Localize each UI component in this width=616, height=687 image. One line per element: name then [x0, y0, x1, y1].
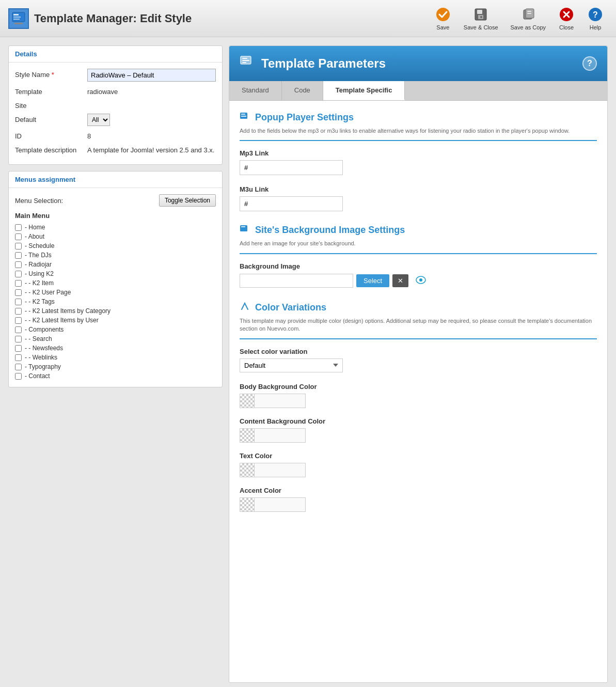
svg-rect-23 [240, 225, 247, 231]
bg-image-section: Site's Background Image Settings Add her… [240, 224, 597, 288]
content-bg-color-label: Content Background Color [240, 417, 597, 425]
close-label: Close [559, 24, 574, 30]
save-icon [435, 6, 451, 23]
help-button[interactable]: ? Help [583, 4, 608, 33]
svg-rect-1 [13, 14, 19, 15]
popup-player-title: Popup Player Settings [255, 112, 354, 123]
popup-player-section: Popup Player Settings Add to the fields … [240, 111, 597, 211]
menu-item-home-checkbox[interactable] [15, 224, 22, 231]
menu-item-k2latestcat-checkbox[interactable] [15, 308, 22, 315]
menu-item-components-checkbox[interactable] [15, 326, 22, 333]
menu-item-schedule-checkbox[interactable] [15, 243, 22, 249]
id-value: 8 [87, 130, 216, 140]
menu-item-newsfeeds-label: - - Newsfeeds [25, 345, 63, 352]
body-bg-color-group: Body Background Color [240, 383, 597, 408]
save-copy-icon [520, 6, 536, 23]
svg-rect-12 [527, 11, 531, 12]
style-name-input[interactable] [87, 69, 216, 82]
tab-template-specific[interactable]: Template Specific [323, 81, 405, 100]
menu-item-about-label: - About [25, 233, 44, 240]
menu-item-about-checkbox[interactable] [15, 233, 22, 240]
menu-item-newsfeeds-checkbox[interactable] [15, 345, 22, 352]
bg-image-icon [240, 224, 250, 237]
app-logo-area: Template Manager: Edit Style [8, 8, 431, 29]
template-params-icon [240, 54, 255, 73]
menu-item-usingk2-checkbox[interactable] [15, 271, 22, 277]
tp-help-button[interactable]: ? [582, 56, 597, 71]
tab-standard[interactable]: Standard [229, 81, 282, 100]
save-button[interactable]: Save [431, 4, 455, 33]
tab-code[interactable]: Code [282, 81, 323, 100]
svg-rect-21 [241, 114, 245, 115]
popup-player-header: Popup Player Settings [240, 111, 597, 124]
main-content: Details Style Name * Template radiowave [0, 37, 616, 687]
svg-rect-3 [13, 19, 20, 20]
list-item: - Home [15, 223, 216, 232]
color-variations-section: Color Variations This template may provi… [240, 301, 597, 512]
m3u-input[interactable] [240, 196, 343, 211]
text-color-input[interactable] [254, 463, 306, 477]
details-body: Style Name * Template radiowave Site [9, 63, 222, 164]
help-icon: ? [587, 6, 604, 23]
m3u-label: M3u Link [240, 185, 597, 193]
close-button[interactable]: Close [554, 4, 579, 33]
menu-item-weblinks-checkbox[interactable] [15, 354, 22, 361]
menu-item-k2item-label: - - K2 Item [25, 279, 54, 287]
default-value: All [87, 114, 216, 126]
save-close-button[interactable]: Save & Close [460, 4, 502, 33]
details-panel: Details Style Name * Template radiowave [8, 45, 223, 165]
bg-image-label: Background Image [240, 262, 597, 270]
close-icon [558, 6, 575, 23]
default-label: Default [15, 114, 87, 123]
default-select[interactable]: All [87, 114, 110, 126]
template-params-header: Template Parameters ? [229, 46, 607, 81]
select-color-group: Select color variation Default [240, 348, 597, 372]
content-bg-color-input[interactable] [254, 428, 306, 443]
menu-item-djs-label: - The DJs [25, 252, 52, 259]
menu-item-djs-checkbox[interactable] [15, 252, 22, 259]
body-bg-color-row [240, 394, 597, 408]
menu-item-k2latestuser-checkbox[interactable] [15, 317, 22, 324]
menu-item-schedule-label: - Schedule [25, 242, 54, 249]
list-item: - Schedule [15, 241, 216, 251]
desc-row: Template description A template for Joom… [15, 144, 216, 154]
template-row: Template radiowave [15, 86, 216, 96]
save-copy-button[interactable]: Save as Copy [507, 4, 550, 33]
color-variation-select[interactable]: Default [240, 358, 343, 372]
menu-item-k2user-label: - - K2 User Page [25, 289, 71, 296]
menu-item-contact-checkbox[interactable] [15, 373, 22, 380]
menu-item-k2user-checkbox[interactable] [15, 289, 22, 296]
menu-selection-row: Menu Selection: Toggle Selection [15, 194, 216, 207]
style-name-value [87, 69, 216, 82]
accent-color-input[interactable] [254, 497, 306, 512]
body-bg-color-input[interactable] [254, 394, 306, 408]
bg-image-input[interactable] [240, 274, 353, 288]
menu-item-k2item-checkbox[interactable] [15, 280, 22, 287]
bg-image-title: Site's Background Image Settings [255, 225, 405, 236]
accent-color-group: Accent Color [240, 487, 597, 512]
save-close-icon [472, 6, 489, 23]
svg-point-5 [436, 8, 450, 21]
menu-item-k2tags-checkbox[interactable] [15, 299, 22, 305]
menu-item-home-label: - Home [25, 224, 45, 231]
preview-button[interactable] [412, 273, 430, 289]
menu-item-radiojar-checkbox[interactable] [15, 261, 22, 268]
menu-item-search-checkbox[interactable] [15, 336, 22, 342]
bg-image-header: Site's Background Image Settings [240, 224, 597, 237]
toggle-selection-button[interactable]: Toggle Selection [159, 194, 216, 207]
save-copy-label: Save as Copy [511, 24, 546, 30]
menu-item-typography-checkbox[interactable] [15, 364, 22, 370]
popup-player-divider [240, 140, 597, 141]
select-button[interactable]: Select [356, 274, 389, 287]
save-label: Save [436, 24, 449, 30]
mp3-input[interactable] [240, 160, 343, 175]
m3u-link-group: M3u Link [240, 185, 597, 211]
color-variations-header: Color Variations [240, 301, 597, 314]
clear-button[interactable]: ✕ [392, 274, 408, 287]
menu-item-k2latestuser-label: - - K2 Latest Items by User [25, 317, 99, 324]
template-text: radiowave [87, 86, 216, 96]
top-bar: Template Manager: Edit Style Save Sav [0, 0, 616, 37]
list-item: - Using K2 [15, 269, 216, 278]
menu-item-typography-label: - Typography [25, 363, 61, 370]
mp3-label: Mp3 Link [240, 149, 597, 157]
